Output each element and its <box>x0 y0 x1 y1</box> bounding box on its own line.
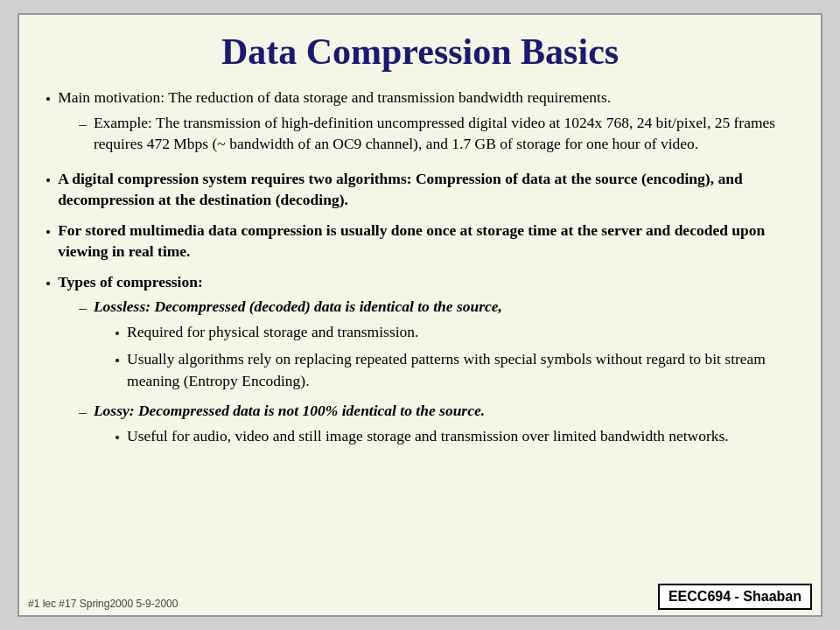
bullet-text-1: Main motivation: The reduction of data s… <box>58 87 794 159</box>
sub-list-1: – Example: The transmission of high-defi… <box>79 112 794 155</box>
slide-title: Data Compression Basics <box>46 31 794 73</box>
bullet-text-3-content: For stored multimedia data compression i… <box>58 221 765 261</box>
footer: #1 lec #17 Spring2000 5-9-2000 EECC694 -… <box>19 584 821 610</box>
slide-content: • Main motivation: The reduction of data… <box>46 87 794 580</box>
footer-badge: EECC694 - Shaaban <box>658 584 812 610</box>
sub-sub-item-lossless-1: • Required for physical storage and tran… <box>115 321 794 345</box>
sub-sub-item-lossy-1: • Useful for audio, video and still imag… <box>115 425 729 449</box>
dash-symbol-4-2: – <box>79 401 87 423</box>
dash-symbol-4-1: – <box>79 297 87 318</box>
bullet-text-4-content: Types of compression: <box>58 273 203 290</box>
bullet-symbol-3: • <box>46 221 51 243</box>
bullet-text-2-content: A digital compression system requires tw… <box>58 170 742 209</box>
sub-item-4-lossless: – Lossless: Decompressed (decoded) data … <box>79 296 794 396</box>
bullet-symbol-lossy-1: • <box>115 427 120 449</box>
sub-list-4: – Lossless: Decompressed (decoded) data … <box>79 296 794 452</box>
bullet-symbol-4: • <box>46 273 51 295</box>
sub-sub-list-lossless: • Required for physical storage and tran… <box>115 321 794 392</box>
lossless-text: Lossless: Decompressed (decoded) data is… <box>94 298 502 315</box>
bullet-text-2: A digital compression system requires tw… <box>58 168 794 211</box>
sub-text-4-lossless: Lossless: Decompressed (decoded) data is… <box>94 296 794 396</box>
sub-sub-list-lossy: • Useful for audio, video and still imag… <box>115 425 729 449</box>
bullet-symbol-1: • <box>46 88 51 110</box>
bullet-item-1: • Main motivation: The reduction of data… <box>46 87 794 159</box>
bullet-text-3: For stored multimedia data compression i… <box>58 220 794 262</box>
bullet-item-2: • A digital compression system requires … <box>46 168 794 211</box>
sub-sub-text-lossy-1: Useful for audio, video and still image … <box>127 425 729 447</box>
bullet-symbol-lossless-1: • <box>115 323 120 345</box>
footer-left: #1 lec #17 Spring2000 5-9-2000 <box>28 598 178 610</box>
sub-text-1-1: Example: The transmission of high-defini… <box>94 112 794 155</box>
bullet-text-1-content: Main motivation: The reduction of data s… <box>58 88 611 106</box>
sub-sub-item-lossless-2: • Usually algorithms rely on replacing r… <box>115 348 794 391</box>
slide: Data Compression Basics • Main motivatio… <box>18 13 822 617</box>
lossy-text: Lossy: Decompressed data is not 100% ide… <box>94 402 485 419</box>
sub-sub-text-lossless-2: Usually algorithms rely on replacing rep… <box>127 348 794 391</box>
bullet-symbol-2: • <box>46 170 51 192</box>
sub-item-1-1: – Example: The transmission of high-defi… <box>79 112 794 155</box>
sub-text-4-lossy: Lossy: Decompressed data is not 100% ide… <box>94 400 729 452</box>
bullet-text-4: Types of compression: – Lossless: Decomp… <box>58 271 794 458</box>
bullet-item-4: • Types of compression: – Lossless: Deco… <box>46 271 794 458</box>
sub-item-4-lossy: – Lossy: Decompressed data is not 100% i… <box>79 400 794 452</box>
sub-sub-text-lossless-1: Required for physical storage and transm… <box>127 321 418 343</box>
bullet-symbol-lossless-2: • <box>115 350 120 372</box>
bullet-item-3: • For stored multimedia data compression… <box>46 220 794 262</box>
dash-symbol-1-1: – <box>79 113 87 135</box>
